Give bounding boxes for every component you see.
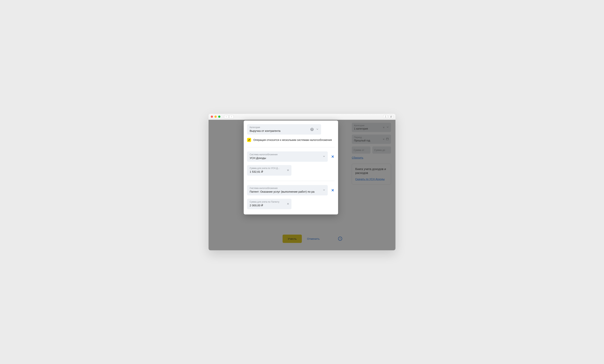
- chevron-down-icon: [316, 128, 318, 131]
- category-label: Категория: [250, 126, 318, 129]
- traffic-lights: [211, 116, 220, 118]
- tax-system-value: УСН Доходы: [250, 156, 325, 159]
- chevron-down-icon: [323, 189, 325, 192]
- minimize-window-button[interactable]: [214, 116, 217, 118]
- tax-system-select[interactable]: Система налогообложения Патент: Оказание…: [247, 185, 328, 195]
- share-button[interactable]: [383, 115, 388, 118]
- nav-forward-button[interactable]: [229, 115, 234, 118]
- category-value: Выручка от контрагента: [250, 129, 318, 132]
- clear-amount-icon[interactable]: ✕: [287, 202, 289, 206]
- tax-block-1: Система налогообложения УСН Доходы: [247, 151, 335, 162]
- content-area: Категория 1 категория ✕ Период Прошлый г…: [209, 120, 395, 250]
- operation-modal: Категория Выручка от контрагента ? Опера…: [244, 121, 338, 214]
- tax-system-select[interactable]: Система налогообложения УСН Доходы: [247, 151, 328, 162]
- clear-amount-icon[interactable]: ✕: [287, 169, 289, 172]
- tax-block-2: Система налогообложения Патент: Оказание…: [247, 185, 335, 195]
- nav-back-button[interactable]: [224, 115, 228, 118]
- close-window-button[interactable]: [211, 116, 213, 118]
- tax-amount-field[interactable]: Сумма для учета по УСН Д... 1 532,61 ₽ ✕: [247, 165, 291, 176]
- tabs-button[interactable]: [389, 115, 393, 118]
- divider: [247, 181, 335, 181]
- multi-tax-checkbox-label: Операция относится к нескольким системам…: [253, 138, 332, 142]
- remove-tax-block-button[interactable]: [331, 188, 335, 192]
- remove-tax-block-button[interactable]: [331, 155, 335, 159]
- tax-system-label: Система налогообложения: [250, 187, 325, 190]
- tax-system-value: Патент: Оказание услуг (выполнение работ…: [250, 190, 318, 193]
- tax-system-label: Система налогообложения: [250, 153, 325, 156]
- help-icon[interactable]: ?: [310, 128, 314, 131]
- maximize-window-button[interactable]: [218, 116, 220, 118]
- title-actions: [383, 115, 393, 118]
- tax-amount-label: Сумма для учета по УСН Д...: [250, 167, 281, 170]
- chevron-down-icon: [323, 155, 325, 158]
- multi-tax-checkbox-row: Операция относится к нескольким системам…: [247, 138, 335, 142]
- tax-amount-label: Сумма для учета по Патенту: [250, 201, 281, 203]
- nav-buttons: [224, 115, 234, 118]
- browser-window: Категория 1 категория ✕ Период Прошлый г…: [209, 114, 395, 250]
- multi-tax-checkbox[interactable]: [247, 138, 251, 142]
- titlebar: [209, 114, 395, 120]
- tax-amount-value: 1 532,61 ₽: [250, 170, 289, 173]
- category-select[interactable]: Категория Выручка от контрагента ?: [247, 124, 321, 134]
- tax-amount-value: 2 000,00 ₽: [250, 204, 289, 207]
- tax-amount-field[interactable]: Сумма для учета по Патенту 2 000,00 ₽ ✕: [247, 199, 291, 209]
